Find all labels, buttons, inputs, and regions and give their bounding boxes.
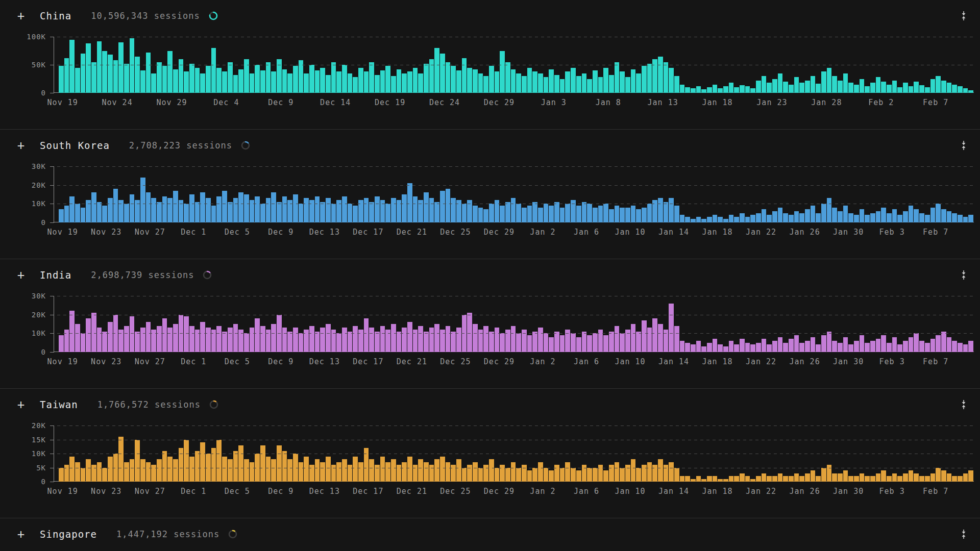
bar[interactable] (718, 344, 723, 352)
bar[interactable] (271, 71, 276, 93)
bar[interactable] (554, 202, 559, 222)
bar[interactable] (173, 191, 178, 222)
bar[interactable] (925, 476, 930, 482)
bar[interactable] (816, 213, 821, 222)
bar[interactable] (941, 209, 946, 222)
bar[interactable] (805, 473, 810, 482)
bar[interactable] (130, 316, 135, 352)
bar[interactable] (228, 62, 233, 93)
bar[interactable] (642, 320, 647, 352)
bar[interactable] (206, 198, 211, 222)
bar[interactable] (652, 318, 657, 352)
bar[interactable] (216, 440, 222, 482)
bar[interactable] (434, 202, 439, 222)
bar[interactable] (173, 459, 178, 482)
bar[interactable] (364, 448, 369, 482)
bar[interactable] (424, 192, 429, 222)
bar[interactable] (669, 68, 674, 93)
bar[interactable] (140, 328, 145, 352)
bar[interactable] (167, 328, 173, 352)
bar[interactable] (483, 76, 488, 93)
bar[interactable] (740, 85, 745, 93)
bar[interactable] (865, 476, 870, 482)
bar[interactable] (135, 57, 140, 93)
bar[interactable] (887, 85, 892, 93)
bar[interactable] (495, 71, 500, 93)
bar[interactable] (516, 204, 521, 222)
bar[interactable] (375, 75, 380, 93)
bar[interactable] (86, 318, 91, 352)
bar[interactable] (86, 459, 91, 482)
bar[interactable] (729, 215, 734, 222)
bar[interactable] (636, 73, 641, 93)
bar[interactable] (952, 213, 957, 222)
bar[interactable] (402, 328, 407, 352)
bar[interactable] (587, 79, 592, 93)
bar[interactable] (789, 85, 794, 93)
bar[interactable] (233, 451, 238, 482)
bar[interactable] (707, 476, 712, 482)
bar[interactable] (947, 337, 952, 352)
bar[interactable] (658, 324, 663, 352)
bar[interactable] (799, 476, 804, 482)
bar[interactable] (97, 328, 102, 352)
bar[interactable] (293, 328, 298, 352)
collapse-button[interactable] (959, 269, 969, 281)
bar[interactable] (734, 87, 739, 93)
bar[interactable] (511, 69, 516, 93)
bar[interactable] (380, 457, 385, 482)
bar[interactable] (299, 204, 304, 222)
bar[interactable] (69, 196, 75, 222)
bar[interactable] (255, 318, 260, 352)
bar[interactable] (554, 75, 559, 93)
bar[interactable] (407, 457, 412, 482)
bar[interactable] (353, 77, 358, 93)
bar[interactable] (794, 211, 799, 222)
bar[interactable] (184, 204, 189, 222)
bar[interactable] (69, 311, 75, 352)
bar[interactable] (244, 459, 249, 482)
bar[interactable] (81, 208, 86, 222)
bar[interactable] (713, 476, 718, 482)
bar[interactable] (549, 337, 554, 352)
bar[interactable] (664, 202, 669, 222)
bar[interactable] (750, 479, 755, 482)
bar[interactable] (909, 337, 914, 352)
bar[interactable] (876, 211, 881, 222)
bar[interactable] (701, 89, 706, 93)
bar[interactable] (244, 59, 249, 93)
bar[interactable] (860, 473, 865, 482)
bar[interactable] (544, 333, 549, 352)
bar[interactable] (560, 468, 565, 482)
bar[interactable] (511, 198, 516, 222)
bar[interactable] (838, 81, 843, 93)
bar[interactable] (762, 339, 767, 352)
bar[interactable] (118, 42, 124, 93)
bar[interactable] (794, 335, 799, 352)
bar[interactable] (952, 341, 957, 352)
bar[interactable] (440, 457, 445, 482)
bar[interactable] (146, 462, 151, 482)
bar[interactable] (958, 215, 963, 222)
bar[interactable] (162, 66, 167, 93)
bar[interactable] (669, 304, 674, 352)
bar[interactable] (936, 76, 941, 93)
bar[interactable] (293, 66, 298, 93)
bar[interactable] (358, 462, 363, 482)
bar[interactable] (451, 332, 456, 352)
bar[interactable] (446, 326, 451, 352)
bar[interactable] (805, 81, 810, 93)
bar[interactable] (860, 79, 865, 93)
bar[interactable] (811, 206, 816, 222)
bar[interactable] (565, 204, 570, 222)
bar[interactable] (685, 217, 690, 222)
bar[interactable] (326, 457, 331, 482)
bar[interactable] (892, 81, 897, 93)
bar[interactable] (909, 86, 914, 93)
bar[interactable] (740, 473, 745, 482)
bar[interactable] (832, 341, 837, 352)
bar[interactable] (963, 217, 968, 222)
bar[interactable] (91, 313, 96, 352)
bar[interactable] (887, 476, 892, 482)
bar[interactable] (958, 476, 963, 482)
